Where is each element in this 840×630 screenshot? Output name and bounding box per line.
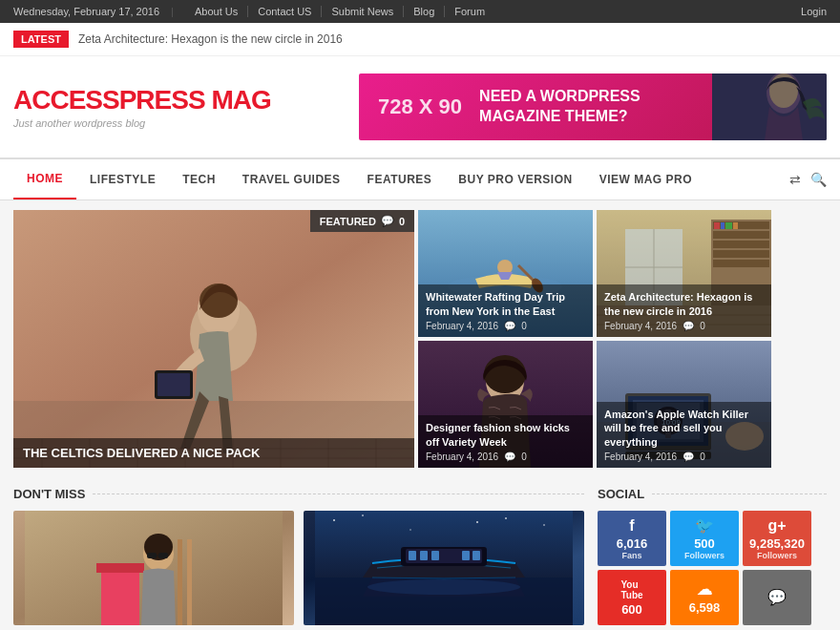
featured-text: FEATURED xyxy=(320,216,376,227)
svg-rect-34 xyxy=(713,250,769,258)
card-3-comments: 0 xyxy=(521,452,527,462)
nav-items: HOME LIFESTYLE TECH TRAVEL GUIDES FEATUR… xyxy=(13,159,789,200)
nav-home[interactable]: HOME xyxy=(13,159,76,200)
topbar-nav: About Us Contact US Submit News Blog For… xyxy=(185,6,494,17)
svg-point-85 xyxy=(543,524,545,526)
banner-ad[interactable]: 728 X 90 NEED A WORDPRESSMAGAZINE THEME? xyxy=(359,74,827,140)
dont-miss-title: DON'T MISS xyxy=(13,487,584,501)
social-twitter[interactable]: 🐦 500 Followers xyxy=(670,511,739,566)
featured-grid: FEATURED 💬 0 THE CELTICS DELIVERED A NIC… xyxy=(0,200,840,477)
featured-label: FEATURED 💬 0 xyxy=(310,210,414,232)
svg-rect-37 xyxy=(721,222,724,229)
nav-buy-pro[interactable]: BUY PRO VERSION xyxy=(445,160,585,199)
nav-features[interactable]: FEATURES xyxy=(354,160,446,199)
social-grid: f 6,016 Fans 🐦 500 Followers g+ 9,285,32… xyxy=(598,511,827,625)
card-2-title: Zeta Architecture: Hexagon is the new ci… xyxy=(604,290,764,318)
featured-main[interactable]: FEATURED 💬 0 THE CELTICS DELIVERED A NIC… xyxy=(13,210,414,468)
svg-rect-63 xyxy=(101,568,139,625)
nav-icons: ⇄ 🔍 xyxy=(789,172,827,187)
svg-rect-39 xyxy=(733,222,738,229)
nav-lifestyle[interactable]: LIFESTYLE xyxy=(76,160,169,199)
social-youtube[interactable]: YouTube 600 xyxy=(598,570,666,625)
banner-size: 728 X 90 xyxy=(378,94,462,119)
card-2-comment-icon: 💬 xyxy=(682,321,694,331)
social-googleplus[interactable]: g+ 9,285,320 Followers xyxy=(743,511,811,566)
svg-rect-35 xyxy=(713,260,769,267)
card-2-comments: 0 xyxy=(700,321,705,331)
card-2-date: February 4, 2016 xyxy=(604,321,677,331)
topbar-date: Wednesday, February 17, 2016 xyxy=(13,6,159,17)
svg-rect-76 xyxy=(406,549,482,563)
featured-card-4[interactable]: 10:09 Amazon's Apple Watch Killer will b… xyxy=(597,341,771,468)
nav-view-mag[interactable]: VIEW MAG PRO xyxy=(586,160,705,199)
social-facebook[interactable]: f 6,016 Fans xyxy=(598,511,666,566)
facebook-count: 6,016 xyxy=(617,536,648,551)
topbar: Wednesday, February 17, 2016 | About Us … xyxy=(0,0,840,23)
card-4-date: February 4, 2016 xyxy=(604,452,677,462)
featured-comment-icon: 💬 xyxy=(381,215,394,227)
social-soundcloud[interactable]: ☁ 6,598 xyxy=(670,570,739,625)
topbar-submit[interactable]: Submit News xyxy=(322,6,404,17)
twitter-icon: 🐦 xyxy=(695,516,714,535)
svg-point-87 xyxy=(476,521,478,523)
site-header: ACCESSPRESS MAG Just another wordpress b… xyxy=(0,56,840,158)
card-4-meta: February 4, 2016 💬 0 xyxy=(604,452,764,462)
dont-miss-card-1[interactable] xyxy=(13,511,294,625)
svg-rect-70 xyxy=(187,539,192,625)
random-icon[interactable]: ⇄ xyxy=(789,172,801,187)
comments-icon: 💬 xyxy=(767,588,787,606)
social-comments[interactable]: 💬 xyxy=(743,570,811,625)
svg-rect-38 xyxy=(725,222,732,229)
featured-comment-count: 0 xyxy=(399,216,405,227)
card-2-overlay: Zeta Architecture: Hexagon is the new ci… xyxy=(597,284,771,337)
card-1-overlay: Whitewater Rafting Day Trip from New Yor… xyxy=(418,284,593,337)
card-1-meta: February 4, 2016 💬 0 xyxy=(426,321,585,331)
card-1-comment-icon: 💬 xyxy=(504,321,515,331)
svg-rect-77 xyxy=(409,551,416,560)
topbar-left: Wednesday, February 17, 2016 | About Us … xyxy=(13,6,494,17)
search-icon[interactable]: 🔍 xyxy=(810,172,827,187)
nav-tech[interactable]: TECH xyxy=(169,160,229,199)
svg-point-84 xyxy=(505,517,507,519)
googleplus-icon: g+ xyxy=(767,517,786,535)
twitter-label: Followers xyxy=(684,551,724,560)
nav-travel[interactable]: TRAVEL GUIDES xyxy=(229,160,354,199)
svg-point-86 xyxy=(410,529,411,531)
facebook-label: Fans xyxy=(621,551,641,560)
logo-accent: MAG xyxy=(205,85,271,115)
svg-rect-9 xyxy=(158,373,190,396)
banner-ad-content: 728 X 90 NEED A WORDPRESSMAGAZINE THEME? xyxy=(359,74,712,140)
svg-rect-64 xyxy=(96,563,144,573)
main-nav: HOME LIFESTYLE TECH TRAVEL GUIDES FEATUR… xyxy=(0,158,840,200)
featured-main-title: THE CELTICS DELIVERED A NICE PACK xyxy=(13,438,414,468)
svg-point-83 xyxy=(362,514,364,516)
topbar-forum[interactable]: Forum xyxy=(445,6,494,17)
breaking-label: LATEST xyxy=(13,31,69,48)
googleplus-label: Followers xyxy=(757,551,797,560)
breaking-text: Zeta Architecture: Hexagon is the new ci… xyxy=(78,32,343,46)
dont-miss-cards xyxy=(13,511,584,625)
svg-rect-79 xyxy=(431,551,439,560)
logo[interactable]: ACCESSPRESS MAG Just another wordpress b… xyxy=(13,85,271,129)
svg-rect-33 xyxy=(713,241,769,248)
card-3-meta: February 4, 2016 💬 0 xyxy=(426,452,585,462)
svg-rect-32 xyxy=(713,231,769,239)
featured-card-3[interactable]: Designer fashion show kicks off Variety … xyxy=(418,341,593,468)
topbar-login[interactable]: Login xyxy=(801,6,827,17)
topbar-about[interactable]: About Us xyxy=(185,6,248,17)
svg-rect-68 xyxy=(158,553,168,558)
topbar-blog[interactable]: Blog xyxy=(404,6,445,17)
featured-main-image xyxy=(13,210,414,468)
featured-card-1[interactable]: Whitewater Rafting Day Trip from New Yor… xyxy=(418,210,593,337)
logo-main: ACCESSPRESS xyxy=(13,85,205,115)
content-row: DON'T MISS xyxy=(0,477,840,630)
dont-miss-card-2[interactable] xyxy=(304,511,584,625)
svg-point-82 xyxy=(333,519,335,521)
featured-bottom-row: Designer fashion show kicks off Variety … xyxy=(418,341,827,468)
youtube-icon: YouTube xyxy=(620,579,642,600)
featured-card-2[interactable]: Zeta Architecture: Hexagon is the new ci… xyxy=(597,210,771,337)
featured-top-row: Whitewater Rafting Day Trip from New Yor… xyxy=(418,210,827,337)
topbar-contact[interactable]: Contact US xyxy=(248,6,322,17)
svg-rect-80 xyxy=(462,551,470,560)
card-1-title: Whitewater Rafting Day Trip from New Yor… xyxy=(426,290,585,318)
